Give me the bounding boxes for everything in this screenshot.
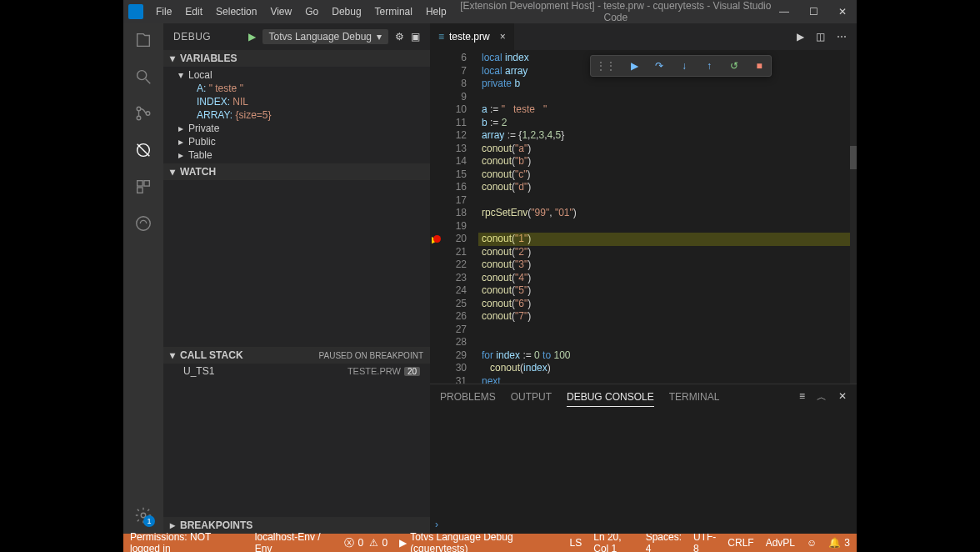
close-icon[interactable]: ✕ bbox=[838, 6, 847, 18]
step-into-icon[interactable]: ↓ bbox=[678, 59, 691, 73]
gutter[interactable]: 67891011121314151617181920▶2122232425262… bbox=[430, 50, 478, 384]
status-errors[interactable]: ⓧ 0 ⚠ 0 bbox=[344, 536, 388, 550]
svg-rect-9 bbox=[138, 188, 142, 193]
config-gear-icon[interactable]: ⚙ bbox=[395, 31, 404, 43]
debug-console-icon[interactable]: ▣ bbox=[411, 31, 420, 43]
tab-output[interactable]: OUTPUT bbox=[511, 388, 552, 406]
file-icon: ≡ bbox=[438, 31, 444, 43]
explorer-icon[interactable] bbox=[133, 30, 153, 50]
bottom-panel: PROBLEMS OUTPUT DEBUG CONSOLE TERMINAL ≡… bbox=[430, 384, 857, 534]
minimap[interactable] bbox=[850, 50, 857, 384]
scope-local[interactable]: ▾Local bbox=[163, 68, 430, 82]
variable-row[interactable]: ARRAY: {size=5} bbox=[163, 108, 430, 122]
debug-toolbar: ⋮⋮ ▶ ↷ ↓ ↑ ↺ ■ bbox=[590, 55, 772, 77]
panel-close-icon[interactable]: ✕ bbox=[838, 390, 847, 404]
variable-row[interactable]: A: " teste " bbox=[163, 82, 430, 95]
continue-icon[interactable]: ▶ bbox=[628, 59, 641, 73]
svg-rect-7 bbox=[138, 181, 142, 186]
titlebar: FileEditSelectionViewGoDebugTerminalHelp… bbox=[123, 0, 857, 23]
tab-label: teste.prw bbox=[449, 31, 490, 43]
status-feedback-icon[interactable]: ☺ bbox=[807, 537, 817, 549]
search-icon[interactable] bbox=[133, 67, 153, 87]
menu-bar: FileEditSelectionViewGoDebugTerminalHelp bbox=[150, 3, 452, 21]
watch-header[interactable]: ▾WATCH bbox=[163, 163, 430, 180]
panel-clear-icon[interactable]: ≡ bbox=[799, 390, 805, 404]
debug-icon[interactable] bbox=[133, 140, 153, 160]
vscode-logo-icon bbox=[128, 4, 143, 19]
scope-private[interactable]: ▸Private bbox=[163, 122, 430, 135]
window-title: [Extension Development Host] - teste.prw… bbox=[452, 0, 779, 23]
scope-public[interactable]: ▸Public bbox=[163, 135, 430, 148]
variable-row[interactable]: INDEX: NIL bbox=[163, 95, 430, 108]
tab-problems[interactable]: PROBLEMS bbox=[440, 388, 496, 406]
step-over-icon[interactable]: ↷ bbox=[652, 59, 666, 73]
status-spaces[interactable]: Spaces: 4 bbox=[646, 531, 682, 552]
watch-body bbox=[163, 180, 430, 347]
paused-label: PAUSED ON BREAKPOINT bbox=[319, 351, 423, 360]
tab-close-icon[interactable]: × bbox=[500, 31, 506, 43]
scope-table[interactable]: ▸Table bbox=[163, 148, 430, 162]
status-notifications[interactable]: 🔔 3 bbox=[828, 537, 850, 549]
debug-console-body[interactable]: › bbox=[430, 409, 857, 534]
status-encoding[interactable]: UTF-8 bbox=[693, 531, 716, 552]
svg-line-1 bbox=[146, 79, 151, 84]
svg-point-3 bbox=[137, 116, 141, 120]
status-permissions[interactable]: Permissions: NOT logged in bbox=[130, 531, 243, 552]
debug-config-select[interactable]: Totvs Language Debug▾ bbox=[262, 29, 388, 44]
status-ls[interactable]: LS bbox=[570, 537, 582, 549]
start-debug-icon[interactable]: ▶ bbox=[248, 31, 256, 43]
variables-header[interactable]: ▾VARIABLES bbox=[163, 50, 430, 67]
drag-grip-icon[interactable]: ⋮⋮ bbox=[596, 60, 616, 72]
status-language[interactable]: AdvPL bbox=[766, 537, 795, 549]
settings-icon[interactable]: 1 bbox=[133, 505, 153, 525]
extra-icon[interactable] bbox=[133, 213, 153, 233]
tab-debug-console[interactable]: DEBUG CONSOLE bbox=[567, 388, 654, 407]
status-eol[interactable]: CRLF bbox=[728, 537, 753, 549]
menu-file[interactable]: File bbox=[150, 3, 178, 21]
editor-area: ≡ teste.prw × ▶ ◫ ⋯ 67891011121314151617… bbox=[430, 23, 857, 534]
menu-view[interactable]: View bbox=[264, 3, 298, 21]
svg-point-10 bbox=[137, 217, 151, 231]
status-bar: Permissions: NOT logged in localhost-Env… bbox=[123, 534, 857, 552]
scm-icon[interactable] bbox=[133, 103, 153, 123]
extensions-icon[interactable] bbox=[133, 177, 153, 197]
menu-debug[interactable]: Debug bbox=[326, 3, 367, 21]
more-icon[interactable]: ⋯ bbox=[837, 31, 847, 43]
menu-selection[interactable]: Selection bbox=[210, 3, 262, 21]
editor-tab[interactable]: ≡ teste.prw × bbox=[430, 23, 515, 50]
menu-edit[interactable]: Edit bbox=[179, 3, 208, 21]
menu-help[interactable]: Help bbox=[420, 3, 452, 21]
maximize-icon[interactable]: ☐ bbox=[809, 6, 818, 18]
menu-go[interactable]: Go bbox=[299, 3, 324, 21]
console-prompt-icon: › bbox=[435, 519, 438, 530]
run-icon[interactable]: ▶ bbox=[797, 31, 804, 43]
svg-rect-8 bbox=[144, 181, 149, 186]
activity-bar: 1 bbox=[123, 23, 163, 534]
restart-icon[interactable]: ↺ bbox=[728, 59, 741, 73]
status-env[interactable]: localhost-Env / Env bbox=[255, 531, 333, 552]
code-text[interactable]: local indexlocal arrayprivate b a := " t… bbox=[478, 50, 857, 384]
debug-sidebar: DEBUG ▶ Totvs Language Debug▾ ⚙ ▣ ▾VARIA… bbox=[163, 23, 430, 534]
callstack-header[interactable]: ▾CALL STACK PAUSED ON BREAKPOINT bbox=[163, 347, 430, 364]
menu-terminal[interactable]: Terminal bbox=[369, 3, 418, 21]
debug-title: DEBUG bbox=[173, 31, 211, 43]
status-debug[interactable]: ▶ Totvs Language Debug (cquerytests) bbox=[399, 531, 558, 552]
stop-icon[interactable]: ■ bbox=[752, 59, 766, 73]
split-icon[interactable]: ◫ bbox=[816, 31, 825, 43]
settings-badge: 1 bbox=[143, 515, 155, 527]
step-out-icon[interactable]: ↑ bbox=[702, 59, 716, 73]
svg-point-0 bbox=[138, 71, 147, 80]
panel-collapse-icon[interactable]: ︿ bbox=[817, 390, 827, 404]
svg-point-4 bbox=[146, 112, 150, 116]
status-lncol[interactable]: Ln 20, Col 1 bbox=[593, 531, 633, 552]
svg-point-2 bbox=[137, 107, 141, 111]
minimize-icon[interactable]: — bbox=[779, 6, 789, 18]
callstack-frame[interactable]: U_TS1 TESTE.PRW 20 bbox=[163, 364, 430, 379]
tab-terminal[interactable]: TERMINAL bbox=[669, 388, 720, 406]
